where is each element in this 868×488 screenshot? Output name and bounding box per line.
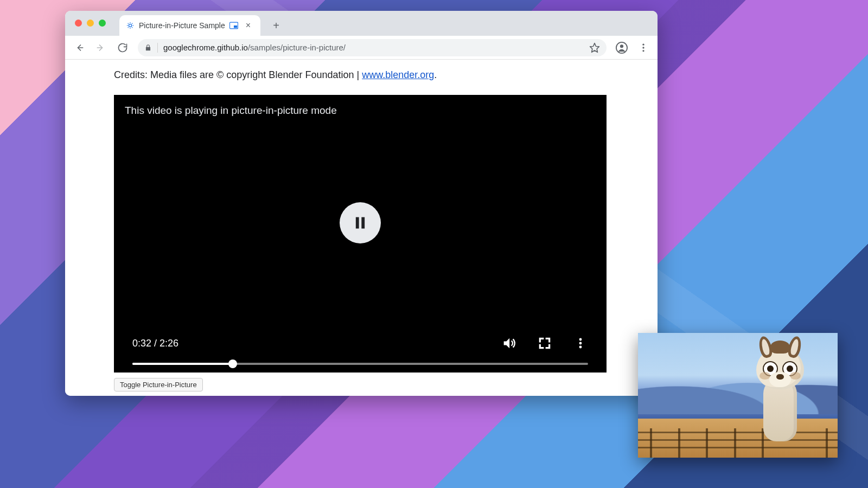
tab-title: Picture-in-Picture Sample xyxy=(139,21,225,30)
page-content: Credits: Media files are © copyright Ble… xyxy=(65,60,658,396)
pause-button[interactable] xyxy=(340,202,381,243)
svg-rect-2 xyxy=(234,25,237,28)
volume-button[interactable] xyxy=(501,336,516,351)
tab-strip: Picture-in-Picture Sample × + xyxy=(65,11,658,36)
url-host: googlechrome.github.io xyxy=(163,43,248,52)
video-player[interactable]: This video is playing in picture-in-pict… xyxy=(114,95,607,373)
video-controls: 0:32 / 2:26 xyxy=(114,336,607,365)
svg-point-0 xyxy=(129,24,131,27)
window-close-button[interactable] xyxy=(75,20,82,27)
svg-point-15 xyxy=(579,346,582,349)
toggle-pip-button[interactable]: Toggle Picture-in-Picture xyxy=(114,378,203,391)
fullscreen-button[interactable] xyxy=(537,336,552,351)
svg-point-7 xyxy=(620,44,623,48)
bookmark-star-button[interactable] xyxy=(589,42,600,53)
browser-toolbar: googlechrome.github.io/samples/picture-i… xyxy=(65,36,658,60)
page-url: googlechrome.github.io/samples/picture-i… xyxy=(163,43,346,52)
browser-tab[interactable]: Picture-in-Picture Sample × xyxy=(119,15,260,36)
lock-icon xyxy=(144,43,152,52)
profile-button[interactable] xyxy=(612,38,631,57)
credits-text: Credits: Media files are © copyright Ble… xyxy=(114,69,362,80)
pip-floating-window[interactable] xyxy=(638,333,838,458)
nav-back-button[interactable] xyxy=(69,38,89,57)
credits-suffix: . xyxy=(434,69,437,80)
browser-window: Picture-in-Picture Sample × + xyxy=(65,11,658,396)
new-tab-button[interactable]: + xyxy=(268,17,284,34)
tab-close-button[interactable]: × xyxy=(246,21,251,30)
browser-menu-button[interactable] xyxy=(634,38,653,57)
video-more-button[interactable] xyxy=(573,336,588,351)
svg-rect-12 xyxy=(361,217,365,228)
video-pip-message: This video is playing in picture-in-pict… xyxy=(125,105,337,117)
tab-favicon-icon xyxy=(126,21,135,30)
svg-point-10 xyxy=(642,50,644,52)
window-controls xyxy=(75,20,106,27)
nav-forward-button[interactable] xyxy=(91,38,111,57)
svg-point-9 xyxy=(642,47,644,48)
credits-link[interactable]: www.blender.org xyxy=(362,69,434,80)
omnibox-divider xyxy=(157,43,158,53)
reload-button[interactable] xyxy=(113,38,132,57)
svg-marker-5 xyxy=(590,43,599,52)
window-zoom-button[interactable] xyxy=(99,20,106,27)
window-minimize-button[interactable] xyxy=(87,20,94,27)
pip-scene-character xyxy=(742,344,818,441)
video-progress-thumb[interactable] xyxy=(228,359,237,368)
address-bar[interactable]: googlechrome.github.io/samples/picture-i… xyxy=(138,39,607,56)
svg-rect-11 xyxy=(356,217,359,228)
svg-point-13 xyxy=(579,338,582,341)
pip-indicator-icon xyxy=(229,22,238,29)
credits-line: Credits: Media files are © copyright Ble… xyxy=(114,69,609,81)
desktop-background: Picture-in-Picture Sample × + xyxy=(0,0,868,488)
url-path: /samples/picture-in-picture/ xyxy=(248,43,346,52)
video-progress-filled xyxy=(132,363,233,365)
video-progress-bar[interactable] xyxy=(132,363,588,365)
video-time-label: 0:32 / 2:26 xyxy=(132,338,178,349)
svg-point-8 xyxy=(642,43,644,45)
svg-point-14 xyxy=(579,342,582,345)
